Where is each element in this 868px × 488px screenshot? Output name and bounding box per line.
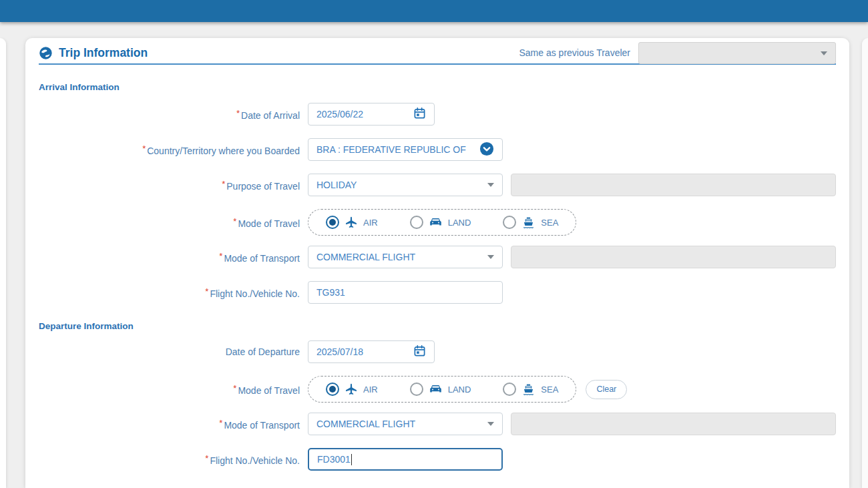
departure-section-title: Departure Information (39, 321, 836, 331)
required-marker: * (233, 383, 236, 393)
chevron-down-icon (487, 183, 494, 187)
arrival-purpose-row: *Purpose of Travel HOLIDAY (39, 174, 836, 196)
arrival-purpose-select[interactable]: HOLIDAY (308, 174, 503, 196)
arrival-section-title: Arrival Information (39, 82, 836, 92)
arrival-flight-no-label: *Flight No./Vehicle No. (39, 286, 300, 299)
arrival-mode-of-transport-other-input (511, 246, 836, 268)
required-marker: * (205, 453, 208, 463)
radio-selected[interactable] (326, 216, 339, 229)
ship-icon (521, 383, 535, 397)
arrival-mode-of-transport-select[interactable]: COMMERCIAL FLIGHT (308, 246, 503, 268)
departure-date-row: Date of Departure 2025/07/18 (39, 340, 836, 363)
arrival-mode-of-transport-label: *Mode of Transport (39, 251, 300, 264)
departure-mode-of-transport-other-input (511, 413, 836, 435)
airplane-icon (345, 383, 358, 396)
radio-unselected[interactable] (410, 216, 423, 229)
departure-mode-of-travel-label: *Mode of Travel (39, 383, 300, 396)
arrival-mode-of-travel-row: *Mode of Travel AIR (39, 209, 836, 236)
arrival-date-label: *Date of Arrival (39, 108, 300, 121)
arrival-radio-land[interactable]: LAND (410, 216, 471, 230)
arrival-date-input[interactable]: 2025/06/22 (308, 103, 435, 126)
departure-radio-sea[interactable]: SEA (503, 383, 558, 397)
required-marker: * (233, 216, 236, 226)
departure-mode-of-travel-group: AIR LAND (308, 376, 576, 403)
radio-unselected[interactable] (503, 383, 516, 396)
required-marker: * (142, 144, 146, 154)
airplane-icon (345, 216, 358, 229)
chevron-down-icon (487, 422, 494, 426)
departure-mode-of-transport-select[interactable]: COMMERCIAL FLIGHT (308, 413, 503, 435)
departure-mode-of-travel-row: *Mode of Travel AIR (39, 376, 836, 403)
departure-mode-of-transport-label: *Mode of Transport (39, 418, 300, 431)
car-icon (429, 216, 443, 230)
arrival-mode-of-transport-row: *Mode of Transport COMMERCIAL FLIGHT (39, 246, 836, 268)
arrival-country-select[interactable]: BRA : FEDERATIVE REPUBLIC OF (308, 138, 503, 161)
chevron-down-icon (487, 255, 494, 259)
arrival-purpose-other-input (511, 174, 836, 196)
required-marker: * (236, 108, 240, 118)
text-cursor (351, 454, 352, 465)
arrival-purpose-label: *Purpose of Travel (39, 179, 300, 192)
page-title-text: Trip Information (59, 46, 148, 60)
card-header: Trip Information Same as previous Travel… (39, 38, 836, 65)
arrival-radio-air[interactable]: AIR (326, 216, 378, 229)
arrival-mode-of-travel-label: *Mode of Travel (39, 216, 300, 229)
arrival-date-row: *Date of Arrival 2025/06/22 (39, 103, 836, 126)
required-marker: * (219, 418, 222, 428)
departure-radio-air[interactable]: AIR (326, 383, 378, 396)
departure-mode-of-transport-row: *Mode of Transport COMMERCIAL FLIGHT (39, 413, 836, 435)
arrival-flight-no-input[interactable]: TG931 (308, 281, 503, 304)
required-marker: * (219, 251, 222, 261)
arrival-country-label: *Country/Territory where you Boarded (39, 144, 300, 156)
departure-flight-no-row: *Flight No./Vehicle No. FD3001 (39, 448, 836, 471)
calendar-icon[interactable] (413, 344, 426, 359)
globe-icon (39, 46, 53, 60)
same-as-previous-select[interactable] (638, 42, 836, 64)
circle-chevron-down-icon[interactable] (479, 142, 494, 158)
required-marker: * (205, 286, 208, 296)
departure-flight-no-input[interactable]: FD3001 (308, 448, 503, 471)
departure-date-input[interactable]: 2025/07/18 (308, 340, 435, 363)
arrival-radio-sea[interactable]: SEA (503, 216, 558, 230)
radio-selected[interactable] (326, 383, 339, 396)
chevron-down-icon (821, 51, 827, 55)
previous-card-edge (0, 38, 6, 488)
arrival-flight-no-row: *Flight No./Vehicle No. TG931 (39, 281, 836, 304)
arrival-country-row: *Country/Territory where you Boarded BRA… (39, 138, 836, 161)
page-title: Trip Information (39, 46, 148, 60)
departure-radio-land[interactable]: LAND (410, 383, 471, 397)
calendar-icon[interactable] (413, 107, 426, 121)
next-card-edge (862, 38, 868, 488)
trip-information-card: Trip Information Same as previous Travel… (25, 38, 849, 488)
required-marker: * (222, 179, 225, 189)
radio-unselected[interactable] (503, 216, 516, 229)
ship-icon (521, 216, 535, 230)
departure-flight-no-label: *Flight No./Vehicle No. (39, 453, 300, 466)
departure-date-label: Date of Departure (39, 346, 300, 357)
car-icon (429, 383, 443, 397)
arrival-mode-of-travel-group: AIR LAND (308, 209, 576, 236)
radio-unselected[interactable] (410, 383, 423, 396)
same-as-previous-label: Same as previous Traveler (519, 47, 630, 58)
top-navigation-bar (0, 0, 868, 22)
clear-button[interactable]: Clear (586, 380, 627, 399)
